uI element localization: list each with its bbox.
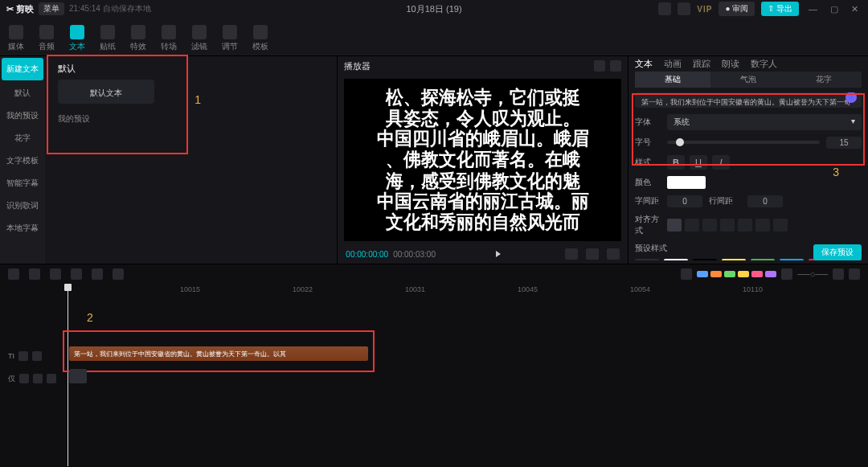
align-v1-button[interactable] (720, 219, 735, 231)
filter-icon (192, 25, 207, 39)
leftnav-new[interactable]: 新建文本 (2, 58, 43, 80)
toolbar-effect[interactable]: 特效 (130, 25, 146, 52)
eye-icon[interactable] (32, 351, 42, 361)
rtab-动画[interactable]: 动画 (664, 58, 682, 70)
layout-icon[interactable] (658, 2, 671, 15)
redo-icon[interactable] (29, 268, 40, 280)
toolbar-audio[interactable]: 音频 (39, 25, 55, 52)
preview-expand-icon[interactable] (610, 60, 621, 72)
track-chip-2[interactable] (724, 271, 735, 277)
review-button[interactable]: ● 审阅 (719, 2, 755, 16)
align-v4-button[interactable] (773, 219, 788, 231)
window-min[interactable]: — (805, 4, 821, 14)
lock-icon[interactable] (18, 351, 28, 361)
align-center-button[interactable] (685, 219, 699, 231)
leftnav-tmpl[interactable]: 文字模板 (0, 150, 45, 172)
zoom-out-icon[interactable] (781, 268, 792, 280)
color-swatch[interactable] (667, 176, 706, 189)
char-spacing-value[interactable]: 0 (667, 195, 702, 207)
track-chip-1[interactable] (710, 271, 722, 277)
ratio-button[interactable] (586, 248, 599, 260)
align-v2-button[interactable] (738, 219, 752, 231)
line-spacing-value[interactable]: 0 (747, 195, 783, 207)
undo-icon[interactable] (8, 268, 19, 280)
rtab-数字人[interactable]: 数字人 (751, 58, 777, 70)
preview-ratio-icon[interactable] (594, 60, 605, 72)
rsubtab-花字[interactable]: 花字 (786, 72, 862, 88)
align-right-button[interactable] (702, 219, 717, 231)
toolbar-filter[interactable]: 滤镜 (191, 25, 207, 52)
toolbar-adjust[interactable]: 调节 (222, 25, 238, 52)
toolbar-template[interactable]: 模板 (252, 25, 268, 52)
italic-button[interactable]: I (712, 155, 730, 170)
toolbar-media[interactable]: 媒体 (8, 25, 24, 52)
toolbar-transition[interactable]: 转场 (161, 25, 177, 52)
shortcut-icon[interactable] (678, 2, 690, 15)
preset-swatch-1[interactable] (664, 259, 688, 260)
align-v3-button[interactable] (755, 219, 770, 231)
rtab-文本[interactable]: 文本 (635, 58, 653, 70)
mute-icon[interactable] (47, 374, 56, 383)
text-content-input[interactable]: 第一站，我们来到位于中国安徽省的黄山。黄山被誉为天下第一奇山。以其奇松、怪石、云… (635, 92, 862, 108)
lock2-icon[interactable] (19, 374, 29, 383)
size-slider[interactable] (667, 141, 820, 144)
save-preset-button[interactable]: 保存预设 (813, 244, 862, 260)
ai-icon[interactable] (845, 92, 857, 103)
rsubtab-气泡[interactable]: 气泡 (710, 72, 786, 88)
track-chip-0[interactable] (697, 271, 708, 277)
leftnav-default[interactable]: 默认 (0, 82, 45, 104)
default-text-card[interactable]: 默认文本 (58, 80, 154, 104)
align-left-button[interactable] (667, 219, 682, 231)
size-value[interactable]: 15 (826, 137, 862, 149)
template-icon (253, 25, 268, 39)
video-clip[interactable] (69, 369, 87, 383)
leftnav-smart[interactable]: 智能字幕 (0, 172, 45, 195)
preview-canvas[interactable]: 松、探海松寺，它们或挺 具姿态，令人叹为观止。 中国四川省的峨眉山。峨眉 、佛教… (344, 79, 621, 241)
timeline-panel: ──○── 100151002210031100451005410110 2 T… (0, 264, 868, 466)
preset-swatch-2[interactable] (693, 259, 717, 260)
fullscreen-icon[interactable] (607, 248, 620, 260)
size-label: 字号 (635, 137, 661, 148)
text-track[interactable]: TI 第一站，我们来到位于中国安徽省的黄山。黄山被誉为天下第一奇山。以其 (0, 346, 868, 366)
play-button[interactable] (496, 251, 501, 257)
timeline-ruler[interactable]: 100151002210031100451005410110 (68, 284, 868, 298)
tool5-icon[interactable] (92, 268, 103, 280)
track-chip-4[interactable] (751, 271, 763, 277)
preset-swatch-3[interactable] (722, 259, 746, 260)
window-max[interactable]: ▢ (827, 4, 841, 14)
font-select[interactable]: 系统▾ (667, 114, 862, 130)
mic-icon[interactable] (681, 268, 692, 280)
autosave-status: 21:45:14 自动保存本地 (69, 3, 151, 14)
leftnav-fancy[interactable]: 花字 (0, 127, 45, 150)
leftnav-preset[interactable]: 我的预设 (0, 104, 45, 127)
preset-swatch-4[interactable] (751, 259, 775, 260)
rsubtab-基础[interactable]: 基础 (635, 72, 710, 88)
split-icon[interactable] (50, 268, 61, 280)
preset-swatch-5[interactable] (780, 259, 804, 260)
track-chip-3[interactable] (738, 271, 749, 277)
rtab-跟踪[interactable]: 跟踪 (693, 58, 710, 70)
menu-button[interactable]: 菜单 (39, 2, 64, 15)
track-chip-5[interactable] (765, 271, 776, 277)
window-close[interactable]: ✕ (848, 4, 862, 14)
text-clip[interactable]: 第一站，我们来到位于中国安徽省的黄山。黄山被誉为天下第一奇山。以其 (69, 346, 368, 361)
vip-badge[interactable]: VIP (697, 5, 712, 14)
leftnav-local[interactable]: 本地字幕 (0, 217, 45, 240)
tool6-icon[interactable] (113, 268, 124, 280)
effect-icon (131, 25, 145, 39)
scale-icon[interactable] (565, 248, 578, 260)
underline-button[interactable]: U (690, 155, 707, 170)
rtab-朗读[interactable]: 朗读 (722, 58, 739, 70)
export-button[interactable]: ⇧ 导出 (761, 2, 799, 16)
eye2-icon[interactable] (33, 374, 43, 383)
zoom-fit-icon[interactable] (849, 268, 860, 280)
toolbar-text[interactable]: 文本 (69, 25, 85, 52)
zoom-in-icon[interactable] (833, 268, 844, 280)
leftnav-rec[interactable]: 识别歌词 (0, 195, 45, 217)
main-toolbar: 媒体音频文本贴纸特效转场滤镜调节模板 (0, 18, 868, 56)
preset-swatch-0[interactable] (635, 259, 659, 260)
delete-icon[interactable] (71, 268, 82, 280)
bold-button[interactable]: B (667, 155, 685, 170)
video-track[interactable]: 仅 (0, 369, 868, 388)
toolbar-sticker[interactable]: 贴纸 (100, 25, 116, 52)
